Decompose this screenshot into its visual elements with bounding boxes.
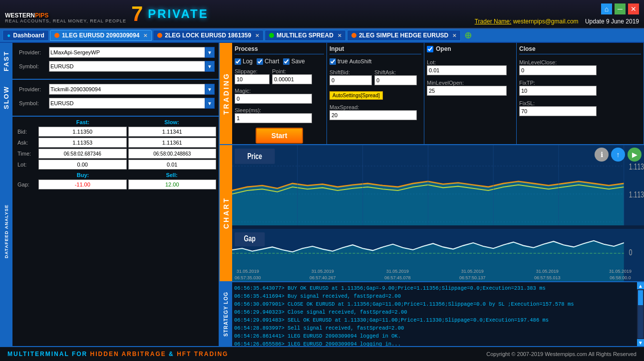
add-tab-button[interactable]: ⊕ [464,30,472,41]
save-checkbox[interactable] [283,58,290,65]
logo-subtitle: REAL ACCOUNTS, REAL MONEY, REAL PEOPLE [5,18,126,23]
gap-header-row: Buy: Sell: [17,172,216,178]
tab-1leg[interactable]: 1LEG EURUSD 2090309094 ✕ [50,30,152,41]
log-checkbox-label[interactable]: Log [235,58,253,65]
log-area: STRATEGY LOG 06:56:35.643077> BUY OK EUR… [220,281,644,346]
tab-2leg-hedge-close[interactable]: ✕ [452,33,456,38]
minlevelclose-input[interactable] [519,65,597,75]
slow-provider-select[interactable]: Tickmill-2090309094 [49,84,215,95]
fast-provider-select[interactable]: LMaxApi-SergeyWP [49,47,215,58]
ts-5: 31.05.201906:57:55.013 [534,268,561,281]
svg-text:Gap: Gap [244,234,256,243]
autoshift-checkbox-label[interactable]: true AutoShift [329,58,421,65]
slow-symbol-select[interactable]: EURUSD [49,98,215,109]
slippage-input[interactable] [235,74,270,84]
scrollbar-down-button[interactable]: ▼ [637,339,644,346]
chart-checkbox-label[interactable]: Chart [257,58,279,65]
log-checkbox[interactable] [235,58,241,65]
fast-content: Provider: LMaxApi-SergeyWP ▼ Symbol: EUR… [19,47,215,72]
start-button[interactable]: Start [256,128,304,144]
datafeed-section: DATAFEED ANALYSE Fast: Slow: Bid: Ask: [0,117,219,346]
magic-label: Magic: [235,88,324,94]
chart-up-button[interactable]: ↑ [611,148,625,162]
logo-7: 7 [131,2,143,26]
tab-1leg-close[interactable]: ✕ [143,33,147,38]
svg-text:1.11340: 1.11340 [629,190,644,199]
process-title: Process [235,45,324,54]
tab-dashboard[interactable]: ● Dashboard [2,30,49,41]
logo-pips: PIPS [35,12,48,19]
autosettings-button[interactable]: AutoSettings[Spread] [329,91,383,100]
log-line-5: 06:54:29.091483> SELL OK EURUSD at 1.113… [234,316,635,324]
shiftbid-input[interactable] [329,75,372,85]
scrollbar-up-button[interactable]: ▲ [637,282,644,289]
slow-provider-arrow[interactable]: ▼ [205,84,215,95]
slow-symbol-arrow[interactable]: ▼ [205,98,215,109]
slippage-label: Slippage: [235,68,270,74]
chart-checkbox[interactable] [257,58,263,65]
bid-fast-value [38,127,127,137]
trading-label: TRADING [220,43,232,144]
close-button[interactable]: ✕ [628,3,639,14]
slippage-group: Slippage: [235,68,270,84]
minlevelopen-input[interactable] [427,86,507,96]
bid-label: Bid: [17,129,38,135]
lot-label: Lot: [17,162,38,168]
save-checkbox-label[interactable]: Save [283,58,305,65]
magic-input[interactable] [235,94,312,104]
slow-section: SLOW Provider: Tickmill-2090309094 ▼ Sym… [0,80,219,117]
minlevelopen-group: MinLevelOpen: [427,80,514,96]
autoshift-checkbox[interactable] [329,58,336,65]
trading-top: TRADING Process Log Chart [220,43,644,145]
sleep-input[interactable] [235,113,312,123]
tab-2leg-lock-dot [157,33,162,38]
tab-multileg[interactable]: MULTILEG SPREAD ✕ [265,30,346,41]
fast-symbol-arrow[interactable]: ▼ [205,61,215,72]
lot-fast-value [38,160,127,170]
fast-symbol-select[interactable]: EURUSD [49,61,215,72]
footer-highlight-2: HFT TRADING [177,351,228,358]
maxspread-input[interactable] [329,110,417,120]
home-button[interactable]: ⌂ [601,3,612,14]
fast-provider-label: Provider: [19,49,49,55]
shiftask-input[interactable] [374,75,417,85]
trading-panel: TRADING Process Log Chart [220,43,644,346]
chart-checkbox-text: Chart [265,58,279,65]
fixsl-input[interactable] [519,106,597,116]
tab-2leg-lock[interactable]: 2LEG LOCK EURUSD 1861359 ✕ [153,30,264,41]
process-section: Process Log Chart Save [232,43,327,144]
shiftask-label: ShiftAsk: [374,69,417,75]
tab-multileg-close[interactable]: ✕ [337,33,341,38]
fast-provider-arrow[interactable]: ▼ [205,47,215,58]
autoshift-text: true [337,58,348,65]
scrollbar-thumb[interactable] [638,290,643,305]
tab-1leg-dot [54,33,59,38]
tab-2leg-hedge[interactable]: 2LEG SIMPLE HEDGE EURUSD ✕ [347,30,461,41]
chart-label: CHART [220,145,232,281]
slow-symbol-wrapper: EURUSD ▼ [49,98,215,109]
fixsl-label: FixSL: [519,100,641,106]
fast-provider-wrapper: LMaxApi-SergeyWP ▼ [49,47,215,58]
minimize-button[interactable]: ─ [615,3,626,14]
fixtp-input[interactable] [519,86,597,96]
log-content: 06:56:35.643077> BUY OK EURUSD at 1.1135… [232,282,637,346]
process-checkboxes: Log Chart Save [235,58,324,65]
trader-label: Trader Name: [475,18,512,25]
footer-right: Copyright © 2007-2019 Westernpips.com Al… [486,351,637,357]
tab-2leg-lock-close[interactable]: ✕ [255,33,259,38]
log-line-8: 06:54:26.055586> 1LEG EURUSD 2090309094 … [234,340,635,346]
open-checkbox[interactable] [427,46,433,52]
fast-symbol-wrapper: EURUSD ▼ [49,61,215,72]
datafeed-label: DATAFEED ANALYSE [0,117,12,346]
chart-right-button[interactable]: ▶ [628,148,642,162]
point-input[interactable] [272,74,312,84]
slow-provider-row: Provider: Tickmill-2090309094 ▼ [19,84,215,95]
gap-row: Gap: [17,180,216,189]
log-scrollbar: ▲ ▼ [637,282,644,346]
chart-info-button[interactable]: ℹ [595,148,609,162]
lot-open-input[interactable] [427,65,507,75]
maxspread-label: MaxSpread: [329,104,421,110]
time-row: Time: [17,149,216,159]
left-panel: FAST Provider: LMaxApi-SergeyWP ▼ Symbol… [0,43,220,346]
ask-row: Ask: [17,138,216,148]
